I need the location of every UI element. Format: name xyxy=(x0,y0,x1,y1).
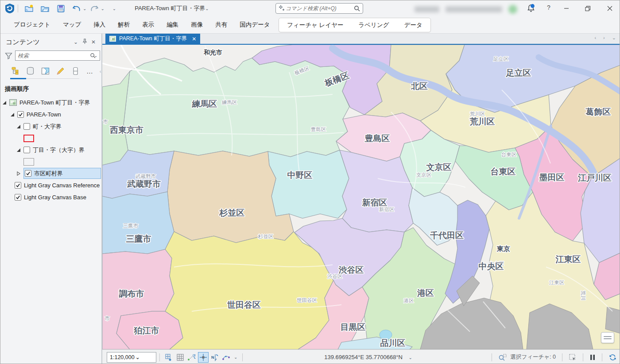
status-bar: 1:120,000 ⌄ N ⌄ 139.6969254°E 35.7700668… xyxy=(102,349,620,364)
layer-checkbox-checked[interactable] xyxy=(25,170,31,177)
collapsed-icon[interactable] xyxy=(16,171,21,176)
pane-options-chevron[interactable]: ⌄ xyxy=(71,39,80,45)
layer-row-map[interactable]: PAREA-Town 町丁目・字界 xyxy=(0,97,101,108)
map-label: 江東区 xyxy=(555,255,581,264)
tab-list-chevron[interactable]: ⌄ xyxy=(612,35,616,41)
filter-icon[interactable] xyxy=(5,52,12,59)
search-options-chevron[interactable]: ⌄ xyxy=(94,53,97,58)
layer-checkbox-unchecked[interactable] xyxy=(23,123,30,130)
layer-checkbox-checked[interactable] xyxy=(17,111,24,118)
coordinates-chevron[interactable]: ⌄ xyxy=(409,355,412,360)
undo-button[interactable] xyxy=(72,4,81,13)
command-search[interactable] xyxy=(275,3,363,14)
ribbon-tab-4[interactable]: 表示 xyxy=(136,16,160,33)
contents-search-input[interactable] xyxy=(18,53,90,59)
layer-row-cho-oaza[interactable]: 町・大字界 xyxy=(0,120,101,132)
contextual-tab-1[interactable]: ラベリング xyxy=(358,21,389,29)
ribbon-tab-1[interactable]: マップ xyxy=(57,16,87,33)
symbol-row xyxy=(0,156,101,167)
explore-selection-icon[interactable] xyxy=(498,353,507,361)
open-project-button[interactable] xyxy=(40,4,50,13)
new-project-button[interactable] xyxy=(24,4,34,13)
ribbon-tab-8[interactable]: 国内データ xyxy=(233,16,276,33)
ribbon-tab-7[interactable]: 共有 xyxy=(209,16,233,33)
drawing-order-heading: 描画順序 xyxy=(0,79,101,97)
map-canvas[interactable]: 和光市板橋区板橋区北区足立区足立区葛飾区練馬区練馬区西東京市豊島区豊島区荒川区荒… xyxy=(102,45,620,349)
map-label: 杉並区 xyxy=(258,234,274,239)
undo-dropdown-chevron[interactable]: ⌄ xyxy=(83,6,86,11)
red-outline-symbol[interactable] xyxy=(23,135,34,142)
map-label: 西東京市 xyxy=(109,125,143,135)
ribbon-tab-0[interactable]: プロジェクト xyxy=(8,16,57,33)
expanded-icon[interactable] xyxy=(16,124,21,129)
close-tab-icon[interactable]: ✕ xyxy=(192,36,196,42)
map-view-tab[interactable]: PAREA-Town 町丁目・字界 ✕ xyxy=(105,34,200,44)
contextual-tab-2[interactable]: データ xyxy=(404,21,422,29)
layer-row-parea-town[interactable]: PAREA-Town xyxy=(0,108,101,120)
layer-row-chome-aza[interactable]: 丁目・字（大字）界 xyxy=(0,144,101,156)
gray-outline-symbol[interactable] xyxy=(23,158,34,166)
layer-row-base[interactable]: Light Gray Canvas Base xyxy=(0,191,101,203)
pin-icon[interactable] xyxy=(80,39,89,46)
notifications-button[interactable] xyxy=(526,3,536,13)
region-nakano[interactable] xyxy=(268,150,349,218)
map-label: 武蔵野市 xyxy=(136,174,156,179)
ribbon-tab-5[interactable]: 編集 xyxy=(160,16,185,33)
contextual-tab-0[interactable]: フィーチャ レイヤー xyxy=(287,21,343,29)
contents-search-box[interactable]: ⌄ xyxy=(15,50,100,61)
command-search-input[interactable] xyxy=(286,5,354,12)
quick-access-overflow-chevron[interactable]: ⌄ xyxy=(112,6,116,11)
ribbon-tab-6[interactable]: 画像 xyxy=(185,16,209,33)
map-label: 市 xyxy=(103,119,108,124)
layer-row-reference[interactable]: Light Gray Canvas Reference xyxy=(0,179,101,191)
close-button[interactable] xyxy=(601,0,619,16)
arcgis-pro-window: ⌄ ⌄ ⌄ PAREA-Town 町丁目・字界 ⌄ ? プロジェクトマップ挿入解… xyxy=(0,0,620,364)
help-button[interactable]: ? xyxy=(544,4,553,13)
region-mitaka[interactable] xyxy=(102,192,174,254)
expanded-icon[interactable] xyxy=(16,148,21,152)
select-tool-icon[interactable] xyxy=(569,353,577,361)
pause-drawing-icon[interactable] xyxy=(589,354,596,361)
tab-snapping[interactable] xyxy=(70,66,80,76)
map-label: 中央区 xyxy=(479,262,504,271)
account-name-redacted xyxy=(415,6,439,12)
tab-drawing-order[interactable] xyxy=(10,66,20,76)
redo-button[interactable] xyxy=(89,4,99,13)
contents-view-tabs: … xyxy=(0,62,101,78)
refresh-icon[interactable] xyxy=(608,353,617,361)
coordinates-readout[interactable]: 139.6969254°E 35.7700668°N ⌄ xyxy=(102,354,412,360)
map-label: 市 xyxy=(105,316,110,321)
ribbon-tab-3[interactable]: 解析 xyxy=(112,16,136,33)
tab-scroll-left-chevron[interactable]: ‹ xyxy=(594,35,596,41)
minimize-button[interactable] xyxy=(558,0,575,16)
tab-data-source[interactable] xyxy=(25,66,35,76)
selected-layer-highlight[interactable]: 市区町村界 xyxy=(23,168,101,179)
map-label: 東京 xyxy=(496,245,510,252)
map-view[interactable]: 和光市板橋区板橋区北区足立区足立区葛飾区練馬区練馬区西東京市豊島区豊島区荒川区荒… xyxy=(102,45,620,349)
close-pane-icon[interactable]: ✕ xyxy=(89,39,98,45)
layer-checkbox-checked[interactable] xyxy=(15,182,21,189)
restore-button[interactable] xyxy=(579,0,597,16)
dock-overlay-button[interactable] xyxy=(601,332,614,343)
tab-scroll-right-chevron[interactable]: › xyxy=(603,35,605,41)
redo-dropdown-chevron[interactable]: ⌄ xyxy=(101,6,104,11)
ribbon-tab-2[interactable]: 挿入 xyxy=(87,16,112,33)
tab-editing[interactable] xyxy=(55,66,65,76)
map-label: 渋谷区 xyxy=(327,274,343,279)
map-label: 豊島区 xyxy=(364,134,390,143)
tab-selection[interactable] xyxy=(40,66,50,76)
layer-checkbox-unchecked[interactable] xyxy=(23,147,30,153)
project-title-chevron[interactable]: ⌄ xyxy=(205,6,209,11)
region-setagaya[interactable] xyxy=(165,232,333,349)
collapse-pane-chevron[interactable]: ‹ xyxy=(100,69,101,74)
expanded-icon[interactable] xyxy=(10,112,15,117)
map-label: 葛飾区 xyxy=(585,107,611,116)
region-port-industrial[interactable] xyxy=(605,307,620,333)
save-project-button[interactable] xyxy=(56,4,66,13)
layer-row-shikuchoson[interactable]: 市区町村界 xyxy=(0,167,101,179)
map-label: 中野区 xyxy=(287,170,313,180)
expanded-icon[interactable] xyxy=(2,101,7,105)
layer-checkbox-checked[interactable] xyxy=(15,194,21,201)
more-tabs-button[interactable]: … xyxy=(86,67,93,75)
map-label: 台東区 xyxy=(491,167,516,176)
